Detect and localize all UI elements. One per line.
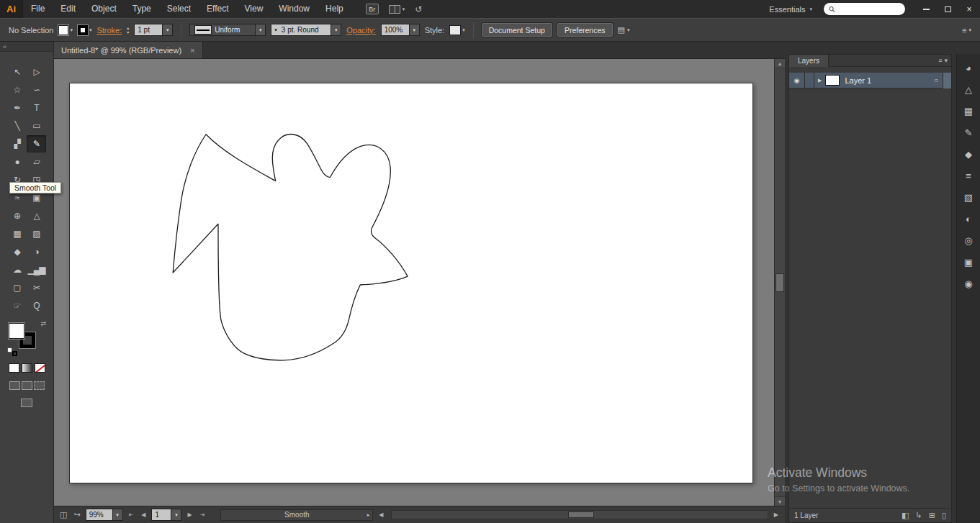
magic-wand-tool[interactable]: ☆ <box>7 81 27 99</box>
paintbrush-tool[interactable]: ▞ <box>7 135 27 153</box>
slice-tool[interactable]: ✂ <box>27 279 46 296</box>
menu-item[interactable]: Help <box>318 0 351 18</box>
column-graph-tool[interactable]: ▁▄▆ <box>27 261 46 278</box>
brush-definition-field[interactable]: • 3 pt. Round <box>271 24 331 36</box>
layer-visibility-toggle[interactable]: ◉ <box>789 73 805 88</box>
variable-width-dropdown[interactable]: ▾ <box>256 24 266 36</box>
fill-color-swatch[interactable] <box>9 323 24 339</box>
layer-row[interactable]: ◉ ▶ Layer 1 ○ <box>789 73 951 88</box>
status-readout[interactable]: Smooth ▸ <box>220 509 373 521</box>
layers-panel-tab[interactable]: Layers <box>789 55 829 67</box>
restore-button[interactable] <box>937 0 958 18</box>
brush-definition-dropdown[interactable]: ▾ <box>331 24 341 36</box>
print-tiling-icon[interactable]: ◫ <box>58 510 68 519</box>
type-tool[interactable]: T <box>27 99 46 117</box>
draw-normal-button[interactable] <box>9 381 20 390</box>
minimize-button[interactable] <box>915 0 937 18</box>
document-tab[interactable]: Untitled-8* @ 99% (RGB/Preview) × <box>54 42 203 58</box>
artboard-number-field[interactable]: 1 <box>151 509 171 521</box>
bridge-icon[interactable]: Br <box>366 4 379 14</box>
swatches-panel-icon[interactable]: ▦ <box>960 103 977 119</box>
next-artboard-icon[interactable]: ▶ <box>185 511 194 518</box>
variable-width-profile-combo[interactable]: Uniform ▾ <box>189 24 266 36</box>
layer-expand-icon[interactable]: ▶ <box>818 78 822 83</box>
create-new-layer-icon[interactable]: ⊞ <box>929 511 935 520</box>
variable-width-profile-field[interactable]: Uniform <box>189 24 256 36</box>
gradient-button[interactable] <box>22 363 32 373</box>
stroke-color-combo[interactable]: ▾ <box>78 25 92 35</box>
workspace-switcher[interactable]: Essentials ▾ <box>769 5 812 14</box>
gradient-panel-icon[interactable]: ▧ <box>960 189 977 205</box>
graphic-styles-panel-icon[interactable]: ▣ <box>960 254 977 270</box>
eraser-tool[interactable]: ▱ <box>27 153 46 170</box>
scroll-right-icon[interactable]: ▶ <box>772 511 781 518</box>
preferences-button[interactable]: Preferences <box>557 23 613 37</box>
previous-artboard-icon[interactable]: ◀ <box>139 511 148 518</box>
document-setup-button[interactable]: Document Setup <box>482 23 552 37</box>
default-fill-stroke-icon[interactable] <box>7 347 17 356</box>
layers-panel-menu-button[interactable]: ≡ ▾ <box>938 57 948 64</box>
layer-lock-cell[interactable] <box>805 73 814 88</box>
fill-color-combo[interactable]: ▾ <box>58 25 73 35</box>
horizontal-scroll-thumb[interactable] <box>568 511 594 518</box>
search-input[interactable] <box>839 5 900 13</box>
zoom-combo[interactable]: 99% ▾ <box>86 509 123 521</box>
vertical-scrollbar[interactable]: ▲ ▼ <box>774 59 785 506</box>
menu-item[interactable]: View <box>237 0 271 18</box>
menu-item[interactable]: Type <box>125 0 159 18</box>
color-button[interactable] <box>9 363 19 373</box>
change-screen-mode-button[interactable] <box>21 399 32 407</box>
transparency-panel-icon[interactable]: ◐ <box>960 211 977 227</box>
status-options-icon[interactable]: ↪ <box>72 510 81 519</box>
stroke-panel-link[interactable]: Stroke: <box>96 26 122 35</box>
perspective-grid-tool[interactable]: △ <box>27 207 46 224</box>
delete-selection-icon[interactable]: ▯ <box>942 511 946 520</box>
eyedropper-tool[interactable]: ◆ <box>7 243 27 260</box>
swap-fill-stroke-icon[interactable]: ⇄ <box>40 320 46 327</box>
selection-tool[interactable]: ↖ <box>7 63 27 81</box>
stroke-width-dropdown[interactable]: ▾ <box>163 24 173 36</box>
stroke-panel-icon[interactable]: ≡ <box>960 168 977 183</box>
zoom-tool[interactable]: Q <box>27 297 46 314</box>
first-artboard-icon[interactable]: ⇤ <box>127 511 136 518</box>
opacity-field[interactable]: 100% <box>381 24 410 36</box>
artboard[interactable] <box>69 83 753 483</box>
menu-item[interactable]: File <box>23 0 53 18</box>
stroke-width-combo[interactable]: 1 pt ▾ <box>134 24 173 36</box>
last-artboard-icon[interactable]: ⇥ <box>198 511 207 518</box>
mesh-tool[interactable]: ▦ <box>7 225 27 242</box>
scroll-down-icon[interactable]: ▼ <box>775 496 785 506</box>
scroll-up-icon[interactable]: ▲ <box>775 59 785 68</box>
shape-builder-tool[interactable]: ⊕ <box>7 207 27 224</box>
opacity-combo[interactable]: 100% ▾ <box>381 24 420 36</box>
line-segment-tool[interactable]: ╲ <box>7 117 27 135</box>
search-box[interactable] <box>824 3 905 15</box>
navigator-panel-icon[interactable]: ◉ <box>960 276 977 291</box>
draw-behind-button[interactable] <box>22 381 32 390</box>
menu-item[interactable]: Object <box>84 0 125 18</box>
stroke-width-field[interactable]: 1 pt <box>134 24 163 36</box>
vertical-scroll-thumb[interactable] <box>776 273 784 292</box>
blend-tool[interactable]: ◑ <box>27 243 46 260</box>
zoom-dropdown[interactable]: ▾ <box>113 509 123 521</box>
rectangle-tool[interactable]: ▭ <box>27 117 46 135</box>
layer-selection-indicator[interactable] <box>943 73 951 88</box>
opacity-dropdown[interactable]: ▾ <box>410 24 420 36</box>
symbol-sprayer-tool[interactable]: ☁ <box>7 261 27 278</box>
layer-name[interactable]: Layer 1 <box>845 76 934 85</box>
artboard-navigation-combo[interactable]: 1 ▾ <box>151 509 181 521</box>
appearance-panel-icon[interactable]: ◎ <box>960 232 977 248</box>
artboard-tool[interactable]: ▢ <box>7 279 27 296</box>
cs-live-icon[interactable]: ↺ <box>415 4 422 14</box>
layer-thumbnail[interactable] <box>825 75 840 86</box>
style-combo[interactable]: ▾ <box>449 25 465 35</box>
opacity-panel-link[interactable]: Opacity: <box>346 26 375 35</box>
create-new-sublayer-icon[interactable]: ↳ <box>916 511 922 520</box>
artboard-dropdown[interactable]: ▾ <box>171 509 181 521</box>
scroll-left-icon[interactable]: ◀ <box>377 511 385 518</box>
color-guide-panel-icon[interactable]: △ <box>960 81 977 97</box>
menu-item[interactable]: Effect <box>199 0 236 18</box>
control-bar-menu-button[interactable]: ≡ ▾ <box>962 26 971 35</box>
close-button[interactable]: × <box>958 0 980 18</box>
horizontal-scrollbar[interactable] <box>391 510 768 519</box>
